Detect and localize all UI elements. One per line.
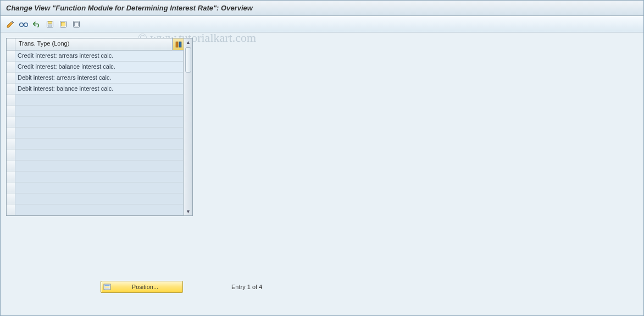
- svg-point-0: [20, 23, 24, 26]
- scroll-down-icon[interactable]: ▼: [184, 208, 192, 215]
- row-cell[interactable]: [15, 106, 184, 116]
- row-selector[interactable]: [7, 138, 15, 149]
- position-button-label: Position...: [113, 284, 182, 290]
- table-row[interactable]: [7, 95, 184, 106]
- svg-rect-3: [48, 21, 52, 24]
- svg-rect-4: [48, 25, 52, 27]
- svg-rect-14: [105, 289, 110, 290]
- svg-rect-13: [105, 287, 110, 288]
- position-button[interactable]: Position...: [101, 281, 183, 293]
- footer: Position... Entry 1 of 4: [1, 279, 643, 295]
- svg-rect-9: [176, 42, 178, 47]
- row-selector[interactable]: [7, 73, 15, 83]
- glasses-icon[interactable]: [18, 19, 29, 30]
- row-cell[interactable]: [15, 204, 184, 215]
- page-title: Change View "Function Module for Determi…: [1, 1, 643, 16]
- content-area: Trans. Type (Long) Credit interest: arre…: [1, 32, 643, 221]
- row-selector[interactable]: [7, 62, 15, 72]
- table-body: Credit interest: arrears interest calc.C…: [7, 51, 184, 215]
- position-icon: [101, 283, 113, 291]
- column-header[interactable]: Trans. Type (Long): [15, 38, 173, 50]
- table-row[interactable]: [7, 117, 184, 127]
- scroll-track[interactable]: [184, 46, 192, 208]
- row-cell[interactable]: [15, 149, 184, 160]
- table-row[interactable]: [7, 127, 184, 138]
- table-row[interactable]: Debit interest: balance interest calc.: [7, 84, 184, 95]
- deselect-all-icon[interactable]: [71, 19, 82, 30]
- row-cell[interactable]: [15, 127, 184, 138]
- vertical-scrollbar[interactable]: ▲ ▼: [184, 38, 192, 215]
- row-selector[interactable]: [7, 182, 15, 193]
- table-row[interactable]: [7, 171, 184, 182]
- table-header-row: Trans. Type (Long): [7, 38, 184, 51]
- scroll-thumb[interactable]: [185, 47, 191, 73]
- table-config-icon[interactable]: [173, 38, 184, 50]
- row-selector[interactable]: [7, 51, 15, 61]
- table-row[interactable]: Credit interest: arrears interest calc.: [7, 51, 184, 62]
- svg-rect-10: [179, 42, 181, 47]
- svg-rect-6: [62, 22, 65, 26]
- row-cell[interactable]: Credit interest: arrears interest calc.: [15, 51, 184, 61]
- row-cell[interactable]: [15, 117, 184, 127]
- row-selector[interactable]: [7, 106, 15, 116]
- row-cell[interactable]: Debit interest: arrears interest calc.: [15, 73, 184, 83]
- row-selector[interactable]: [7, 160, 15, 171]
- row-cell[interactable]: [15, 160, 184, 171]
- table-row[interactable]: [7, 160, 184, 171]
- table-row[interactable]: Credit interest: balance interest calc.: [7, 62, 184, 73]
- table-row[interactable]: [7, 204, 184, 215]
- row-selector[interactable]: [7, 149, 15, 160]
- select-all-icon[interactable]: [58, 19, 69, 30]
- scroll-up-icon[interactable]: ▲: [184, 38, 192, 46]
- entry-status: Entry 1 of 4: [231, 284, 262, 290]
- row-cell[interactable]: [15, 171, 184, 182]
- row-cell[interactable]: [15, 193, 184, 204]
- row-selector[interactable]: [7, 84, 15, 94]
- toolbar: [1, 16, 643, 32]
- change-icon[interactable]: [5, 19, 16, 30]
- row-selector[interactable]: [7, 117, 15, 127]
- row-selector[interactable]: [7, 95, 15, 105]
- row-selector[interactable]: [7, 204, 15, 215]
- row-cell[interactable]: [15, 182, 184, 193]
- row-selector[interactable]: [7, 127, 15, 138]
- row-cell[interactable]: [15, 138, 184, 149]
- table-row[interactable]: [7, 106, 184, 117]
- save-icon[interactable]: [45, 19, 55, 30]
- select-all-column[interactable]: [7, 38, 15, 50]
- row-cell[interactable]: Credit interest: balance interest calc.: [15, 62, 184, 72]
- row-cell[interactable]: Debit interest: balance interest calc.: [15, 84, 184, 94]
- table-row[interactable]: [7, 149, 184, 160]
- svg-point-1: [24, 23, 28, 26]
- table-row[interactable]: [7, 138, 184, 149]
- row-selector[interactable]: [7, 193, 15, 204]
- table-row[interactable]: [7, 182, 184, 193]
- svg-rect-12: [105, 285, 110, 286]
- table-row[interactable]: [7, 193, 184, 204]
- row-selector[interactable]: [7, 171, 15, 182]
- table-row[interactable]: Debit interest: arrears interest calc.: [7, 73, 184, 84]
- undo-icon[interactable]: [31, 19, 42, 30]
- table: Trans. Type (Long) Credit interest: arre…: [6, 38, 193, 216]
- row-cell[interactable]: [15, 95, 184, 105]
